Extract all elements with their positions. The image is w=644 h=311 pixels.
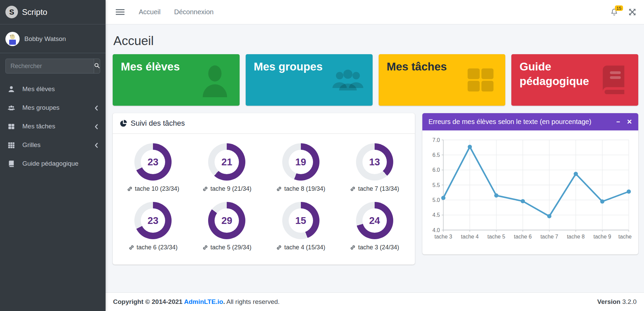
app-root: S Scripto Bobby Watson Mes élèvesMes gro… [0,0,644,311]
sidebar-item-label: Guide pédagogique [22,160,79,167]
notification-badge: 15 [615,5,623,11]
copyright-text: Copyright © 2014-2021 AdminLTE.io. All r… [113,298,280,306]
task-link[interactable]: tache 8 (19/34) [276,185,325,192]
sidebar-item-mes-taches[interactable]: Mes tâches [3,118,102,135]
task-link[interactable]: tache 10 (23/34) [127,185,179,192]
donut-value: 21 [208,143,245,181]
task-link[interactable]: tache 6 (23/34) [129,244,178,251]
task-link-label: tache 4 (15/34) [284,244,325,251]
version-text: Version 3.2.0 [597,298,637,306]
task-donut-cell: 23tache 10 (23/34) [116,143,190,192]
sidebar-item-grilles[interactable]: Grilles [3,136,102,154]
donut-value: 24 [356,202,393,239]
task-donut-cell: 23tache 6 (23/34) [116,202,190,251]
notifications-button[interactable]: 15 [610,8,619,17]
task-link-label: tache 9 (21/34) [210,185,251,192]
svg-text:tache 8: tache 8 [567,234,585,240]
fullscreen-button[interactable] [628,8,637,16]
chart-tools: − ✕ [616,119,632,125]
adminlte-link[interactable]: AdminLTE.io [184,298,223,305]
errors-line-chart: 4.04.55.05.56.06.57.0tache 3tache 4tache… [422,130,638,250]
svg-text:4.5: 4.5 [432,212,440,218]
minimize-button[interactable]: − [616,119,620,125]
tasks-panel: Suivi des tâches 23tache 10 (23/34)21tac… [113,113,415,265]
svg-text:tache 3: tache 3 [435,234,452,240]
task-donut-cell: 19tache 8 (19/34) [264,143,338,192]
sidebar-item-label: Mes élèves [22,85,55,93]
task-link-label: tache 8 (19/34) [284,185,325,192]
errors-chart-panel: Erreurs de mes élèves selon le texte (en… [422,113,638,254]
card-label: Mes élèves [121,60,198,74]
sidebar-item-mes-eleves[interactable]: Mes élèves [3,80,102,98]
shortcut-card-mes-eleves[interactable]: Mes élèves [113,54,240,106]
svg-text:5.5: 5.5 [432,182,440,188]
donut-chart: 19 [282,143,319,181]
brand-link[interactable]: S Scripto [0,0,106,24]
content-header: Accueil [113,24,638,54]
shortcut-card-mes-taches[interactable]: Mes tâches [379,54,506,106]
bell-icon [610,12,619,18]
hamburger-menu-icon[interactable] [116,9,125,15]
svg-text:tache 7: tache 7 [540,234,558,240]
search-input[interactable] [6,59,94,73]
user-panel: Bobby Watson [0,24,106,53]
link-icon [276,245,282,250]
task-link-label: tache 10 (23/34) [135,185,179,192]
search-button[interactable] [94,59,100,73]
svg-text:7.0: 7.0 [432,137,440,143]
task-link[interactable]: tache 5 (29/34) [202,244,251,251]
task-donut-cell: 24tache 3 (24/34) [338,202,412,251]
svg-text:5.0: 5.0 [432,197,440,203]
top-navbar: AccueilDéconnexion 15 [106,0,644,24]
avatar-eye [12,35,14,36]
navbar-link-accueil[interactable]: Accueil [132,8,167,16]
svg-text:6.5: 6.5 [432,152,440,158]
donut-value: 23 [134,143,172,181]
sidebar-item-label: Grilles [22,141,41,149]
task-link-label: tache 7 (13/34) [358,185,399,192]
sidebar-menu: Mes élèvesMes groupesMes tâchesGrillesGu… [0,77,106,177]
panels-row: Suivi des tâches 23tache 10 (23/34)21tac… [113,113,638,265]
search-icon [94,63,100,69]
brand-title: Scripto [22,7,47,17]
user-name-link[interactable]: Bobby Watson [24,35,66,43]
task-link[interactable]: tache 7 (13/34) [350,185,399,192]
donut-value: 13 [356,143,393,181]
shortcut-card-mes-groupes[interactable]: Mes groupes [246,54,373,106]
chevron-left-icon [94,124,98,129]
shortcut-card-guide-pedagogique[interactable]: Guide pédagogique [511,54,638,106]
donut-chart: 24 [356,202,393,239]
donut-chart: 21 [208,143,245,181]
task-donut-cell: 29tache 5 (29/34) [190,202,264,251]
grid-icon [7,141,18,149]
task-link[interactable]: tache 9 (21/34) [202,185,251,192]
donut-value: 15 [282,202,319,239]
donut-chart: 23 [134,143,172,181]
card-label: Mes tâches [387,60,464,74]
task-donut-cell: 21tache 9 (21/34) [190,143,264,192]
sidebar: S Scripto Bobby Watson Mes élèvesMes gro… [0,0,106,311]
link-icon [350,186,356,192]
sidebar-item-mes-groupes[interactable]: Mes groupes [3,99,102,117]
person-icon [198,63,232,97]
tasks-panel-title: Suivi des tâches [131,119,185,128]
avatar-eye [10,35,11,36]
sidebar-item-label: Mes tâches [22,123,55,130]
donut-chart: 15 [282,202,319,239]
sidebar-search [5,59,100,74]
svg-text:tache 6: tache 6 [514,234,532,240]
svg-text:tache 4: tache 4 [461,234,479,240]
link-icon [350,245,356,250]
close-button[interactable]: ✕ [627,119,632,125]
task-link[interactable]: tache 3 (24/34) [350,244,399,251]
donut-chart: 13 [356,143,393,181]
navbar-link-deconnexion[interactable]: Déconnexion [167,8,220,16]
task-donut-cell: 13tache 7 (13/34) [338,143,412,192]
task-link-label: tache 3 (24/34) [358,244,399,251]
book-icon [7,160,18,168]
task-link[interactable]: tache 4 (15/34) [276,244,325,251]
sidebar-item-guide-pedagogique[interactable]: Guide pédagogique [3,155,102,172]
svg-text:tache 5: tache 5 [487,234,505,240]
sidebar-item-label: Mes groupes [22,104,60,111]
navbar-links: AccueilDéconnexion [132,8,220,16]
